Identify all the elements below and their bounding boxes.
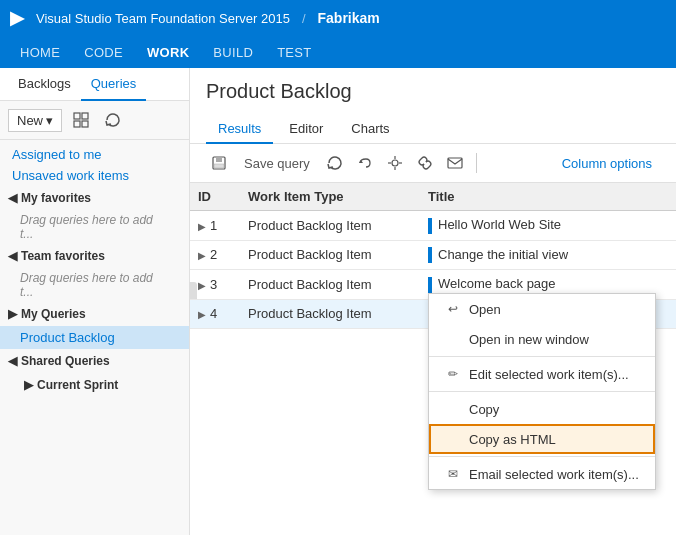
ctx-copy-label: Copy xyxy=(469,402,499,417)
refresh-icon-btn[interactable] xyxy=(100,107,126,133)
app-name: Visual Studio Team Foundation Server 201… xyxy=(36,11,290,26)
color-bar-icon xyxy=(428,218,432,234)
unsaved-work-items-link[interactable]: Unsaved work items xyxy=(0,165,189,186)
col-id: ID xyxy=(190,183,240,211)
copy-icon xyxy=(445,401,461,417)
row-toggle-icon: ▶ xyxy=(198,309,206,320)
svg-rect-6 xyxy=(214,164,224,168)
edit-icon: ✏ xyxy=(445,366,461,382)
sidebar-content: Assigned to me Unsaved work items ◀ My f… xyxy=(0,140,189,535)
color-bar-icon xyxy=(428,247,432,263)
row-toggle-icon: ▶ xyxy=(198,221,206,232)
save-query-icon-btn[interactable] xyxy=(206,150,232,176)
settings-icon-btn[interactable] xyxy=(382,150,408,176)
ctx-separator-1 xyxy=(429,356,655,357)
ctx-open-new-label: Open in new window xyxy=(469,332,589,347)
nav-bar: HOME CODE WORK BUILD TEST xyxy=(0,36,676,68)
ctx-separator-3 xyxy=(429,456,655,457)
cell-type: Product Backlog Item xyxy=(240,299,420,329)
nav-build[interactable]: BUILD xyxy=(203,39,263,66)
ctx-email-label: Email selected work item(s)... xyxy=(469,467,639,482)
team-favorites-section[interactable]: ◀ Team favorites xyxy=(0,244,189,268)
sidebar-toolbar: New ▾ xyxy=(0,101,189,140)
link-icon-btn[interactable] xyxy=(412,150,438,176)
nav-code[interactable]: CODE xyxy=(74,39,133,66)
new-button[interactable]: New ▾ xyxy=(8,109,62,132)
shared-queries-section[interactable]: ◀ Shared Queries xyxy=(0,349,189,373)
nav-work[interactable]: WORK xyxy=(137,39,199,66)
team-favorites-placeholder: Drag queries here to add t... xyxy=(0,268,189,302)
svg-rect-1 xyxy=(82,113,88,119)
open-new-icon xyxy=(445,331,461,347)
undo-icon-btn[interactable] xyxy=(352,150,378,176)
tab-editor[interactable]: Editor xyxy=(277,115,335,143)
team-favorites-label: Team favorites xyxy=(21,249,105,263)
table-row[interactable]: ▶1 Product Backlog Item Hello World Web … xyxy=(190,211,676,241)
team-favorites-arrow: ◀ xyxy=(8,249,17,263)
cell-id: ▶4 xyxy=(190,299,240,329)
ctx-edit[interactable]: ✏ Edit selected work item(s)... xyxy=(429,359,655,389)
ctx-separator-2 xyxy=(429,391,655,392)
ctx-open-new-window[interactable]: Open in new window xyxy=(429,324,655,354)
sidebar-tabs: Backlogs Queries xyxy=(0,68,189,101)
cell-type: Product Backlog Item xyxy=(240,270,420,300)
my-favorites-arrow: ◀ xyxy=(8,191,17,205)
cell-type: Product Backlog Item xyxy=(240,240,420,270)
product-backlog-item[interactable]: Product Backlog xyxy=(0,326,189,349)
refresh-query-icon-btn[interactable] xyxy=(322,150,348,176)
save-query-button[interactable]: Save query xyxy=(236,152,318,175)
top-bar-separator: / xyxy=(302,11,306,26)
ctx-email[interactable]: ✉ Email selected work item(s)... xyxy=(429,459,655,489)
current-sprint-section[interactable]: ▶ Current Sprint xyxy=(0,373,189,397)
grid-icon-btn[interactable] xyxy=(68,107,94,133)
content-header: Product Backlog xyxy=(190,68,676,115)
cell-type: Product Backlog Item xyxy=(240,211,420,241)
nav-test[interactable]: TEST xyxy=(267,39,321,66)
current-sprint-arrow: ▶ xyxy=(24,378,33,392)
tab-charts[interactable]: Charts xyxy=(339,115,401,143)
main-layout: Backlogs Queries New ▾ xyxy=(0,68,676,535)
column-options-button[interactable]: Column options xyxy=(554,152,660,175)
context-menu: ↩ Open Open in new window ✏ Edit selecte… xyxy=(428,293,656,490)
shared-queries-arrow: ◀ xyxy=(8,354,17,368)
new-dropdown-arrow: ▾ xyxy=(46,113,53,128)
row-toggle-icon: ▶ xyxy=(198,250,206,261)
cell-id: ▶3 xyxy=(190,270,240,300)
my-favorites-label: My favorites xyxy=(21,191,91,205)
color-bar-icon xyxy=(428,277,432,293)
my-queries-section[interactable]: ▶ My Queries xyxy=(0,302,189,326)
open-icon: ↩ xyxy=(445,301,461,317)
my-queries-label: My Queries xyxy=(21,307,86,321)
tab-backlogs[interactable]: Backlogs xyxy=(8,68,81,100)
tab-queries[interactable]: Queries xyxy=(81,68,147,101)
cell-id: ▶2 xyxy=(190,240,240,270)
tab-results[interactable]: Results xyxy=(206,115,273,144)
undo-icon xyxy=(357,155,373,171)
ctx-copy-html-label: Copy as HTML xyxy=(469,432,556,447)
my-favorites-section[interactable]: ◀ My favorites xyxy=(0,186,189,210)
svg-rect-12 xyxy=(448,158,462,168)
current-sprint-label: Current Sprint xyxy=(37,378,118,392)
ctx-copy[interactable]: Copy xyxy=(429,394,655,424)
row-toggle-icon: ▶ xyxy=(198,280,206,291)
cell-title: Change the initial view xyxy=(420,240,676,270)
svg-rect-5 xyxy=(216,157,222,162)
assigned-to-me-link[interactable]: Assigned to me xyxy=(0,144,189,165)
toolbar-separator xyxy=(476,153,477,173)
query-table: ID Work Item Type Title ▶1 Product Backl… xyxy=(190,183,676,535)
content-area: Product Backlog Results Editor Charts Sa… xyxy=(190,68,676,535)
email-icon-btn[interactable] xyxy=(442,150,468,176)
nav-home[interactable]: HOME xyxy=(10,39,70,66)
cell-title: Hello World Web Site xyxy=(420,211,676,241)
refresh-query-icon xyxy=(327,155,343,171)
ctx-copy-as-html[interactable]: Copy as HTML xyxy=(429,424,655,454)
link-icon xyxy=(417,155,433,171)
project-name: Fabrikam xyxy=(318,10,380,26)
col-title: Title xyxy=(420,183,676,211)
ctx-edit-label: Edit selected work item(s)... xyxy=(469,367,629,382)
table-row[interactable]: ▶2 Product Backlog Item Change the initi… xyxy=(190,240,676,270)
my-queries-arrow: ▶ xyxy=(8,307,17,321)
my-favorites-placeholder: Drag queries here to add t... xyxy=(0,210,189,244)
ctx-open[interactable]: ↩ Open xyxy=(429,294,655,324)
svg-point-7 xyxy=(392,160,398,166)
